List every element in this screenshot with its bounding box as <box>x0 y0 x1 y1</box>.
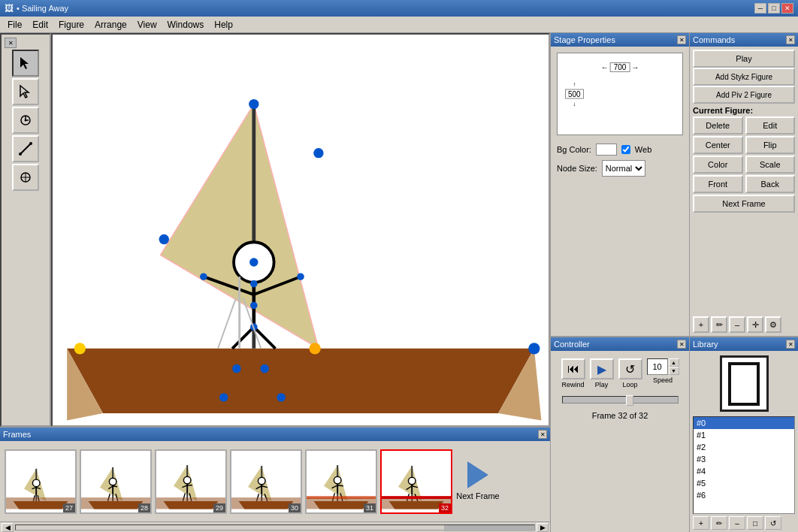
library-item-5[interactable]: #5 <box>694 477 794 489</box>
menu-figure[interactable]: Figure <box>54 18 89 32</box>
front-button[interactable]: Front <box>693 175 743 193</box>
frame-thumb-32[interactable]: 32 <box>380 449 452 514</box>
lib-add-button[interactable]: + <box>693 516 709 530</box>
frame-number-31: 31 <box>364 503 376 512</box>
frame-number-30: 30 <box>289 503 301 512</box>
color-button[interactable]: Color <box>693 156 743 174</box>
commands-panel: Commands ✕ Play Add Stykz Figure Add Piv… <box>689 33 798 337</box>
library-list[interactable]: #0 #1 #2 #3 #4 #5 #6 <box>693 416 795 514</box>
library-panel: Library ✕ #0 #1 #2 #3 <box>689 337 798 532</box>
menu-help[interactable]: Help <box>210 18 237 32</box>
svg-line-6 <box>20 144 31 154</box>
menu-windows[interactable]: Windows <box>163 18 209 32</box>
menu-bar: File Edit Figure Arrange View Windows He… <box>0 17 798 33</box>
library-item-0[interactable]: #0 <box>694 417 794 429</box>
svg-point-59 <box>109 478 116 485</box>
loop-button[interactable]: ↺ <box>618 358 642 379</box>
tool-line[interactable] <box>12 135 39 162</box>
speed-label: Speed <box>653 376 673 384</box>
node-size-select[interactable]: Tiny Small Normal Large <box>602 160 645 177</box>
main-window: 🖼 • Sailing Away ─ □ ✕ File Edit Figure … <box>0 0 798 532</box>
library-close[interactable]: ✕ <box>786 340 795 349</box>
minimize-button[interactable]: ─ <box>754 3 766 14</box>
menu-view[interactable]: View <box>133 18 162 32</box>
cmd-toolbar-settings[interactable]: ⚙ <box>765 316 781 333</box>
add-piv2-button[interactable]: Add Piv 2 Figure <box>693 86 795 104</box>
node-size-label: Node Size: <box>557 164 597 173</box>
controller-close[interactable]: ✕ <box>677 340 686 349</box>
svg-line-62 <box>113 485 117 486</box>
menu-edit[interactable]: Edit <box>28 18 53 32</box>
play-label: Play <box>595 381 609 388</box>
flip-button[interactable]: Flip <box>745 136 796 154</box>
cmd-toolbar-add[interactable]: + <box>693 316 709 333</box>
frame-thumb-31[interactable]: 31 <box>305 449 377 514</box>
speed-input[interactable] <box>647 358 668 375</box>
cmd-toolbar-remove[interactable]: – <box>729 316 745 333</box>
lib-edit-button[interactable]: ✏ <box>711 516 727 530</box>
stage-height: 500 <box>565 89 584 99</box>
canvas-svg <box>53 35 549 425</box>
next-frame-button[interactable]: Next Frame <box>455 452 500 512</box>
add-stykz-button[interactable]: Add Stykz Figure <box>693 68 795 86</box>
frames-scrollbar[interactable]: ◀ ▶ <box>0 521 550 532</box>
menu-file[interactable]: File <box>3 18 26 32</box>
title-bar: 🖼 • Sailing Away ─ □ ✕ <box>0 0 798 17</box>
library-item-3[interactable]: #3 <box>694 453 794 465</box>
rewind-label: Rewind <box>561 381 584 388</box>
stage-props-close[interactable]: ✕ <box>677 35 686 44</box>
tool-circle[interactable] <box>12 164 39 191</box>
svg-point-70 <box>183 476 191 484</box>
scale-button[interactable]: Scale <box>745 156 796 174</box>
frame-thumb-27[interactable]: 27 <box>5 449 77 514</box>
play-group: ▶ Play <box>590 358 614 388</box>
svg-point-81 <box>258 477 265 485</box>
bg-color-swatch[interactable] <box>596 144 617 156</box>
frame-thumb-29[interactable]: 29 <box>155 449 227 514</box>
lib-rect-button[interactable]: □ <box>747 516 763 530</box>
library-item-4[interactable]: #4 <box>694 465 794 477</box>
svg-point-40 <box>277 393 285 401</box>
frame-thumb-30[interactable]: 30 <box>230 449 302 514</box>
stage-props-panel: Stage Properties ✕ ← 700 → ↑ <box>550 33 689 337</box>
controller-title-bar: Controller ✕ <box>551 337 689 351</box>
back-button[interactable]: Back <box>745 175 796 193</box>
rewind-group: ⏮ Rewind <box>561 358 585 388</box>
library-item-2[interactable]: #2 <box>694 441 794 453</box>
menu-arrange[interactable]: Arrange <box>90 18 131 32</box>
svg-point-8 <box>29 142 32 145</box>
close-button[interactable]: ✕ <box>781 3 793 14</box>
svg-point-38 <box>260 364 268 373</box>
lib-remove-button[interactable]: – <box>729 516 745 530</box>
play-ctrl-button[interactable]: ▶ <box>590 358 614 379</box>
tool-rotate[interactable] <box>12 107 39 134</box>
cmd-toolbar-move[interactable]: ✛ <box>747 316 763 333</box>
maximize-button[interactable]: □ <box>768 3 780 14</box>
play-button[interactable]: Play <box>693 50 795 68</box>
edit-button[interactable]: Edit <box>745 116 796 135</box>
app-title: • Sailing Away <box>17 4 68 13</box>
svg-point-35 <box>309 343 320 354</box>
tool-select[interactable] <box>12 50 39 77</box>
next-frame-cmd-button[interactable]: Next Frame <box>693 195 795 213</box>
center-button[interactable]: Center <box>693 136 743 154</box>
frame-thumb-28[interactable]: 28 <box>80 449 152 514</box>
library-item-1[interactable]: #1 <box>694 429 794 441</box>
rewind-button[interactable]: ⏮ <box>561 358 585 379</box>
canvas-area[interactable] <box>51 33 550 427</box>
library-item-6[interactable]: #6 <box>694 489 794 501</box>
lib-refresh-button[interactable]: ↺ <box>765 516 781 530</box>
commands-title-bar: Commands ✕ <box>690 33 798 47</box>
web-checkbox[interactable] <box>621 145 630 154</box>
speed-down-button[interactable]: ▼ <box>669 367 679 375</box>
speed-slider-container[interactable] <box>562 396 679 404</box>
speed-up-button[interactable]: ▲ <box>669 358 679 367</box>
tool-subselect[interactable] <box>12 78 39 105</box>
delete-button[interactable]: Delete <box>693 116 743 135</box>
cmd-toolbar-edit[interactable]: ✏ <box>711 316 727 333</box>
toolbox-close-button[interactable]: ✕ <box>5 38 17 48</box>
frames-close-button[interactable]: ✕ <box>538 430 547 439</box>
library-toolbar: + ✏ – □ ↺ <box>690 514 798 532</box>
commands-close[interactable]: ✕ <box>786 35 795 44</box>
svg-point-5 <box>25 119 27 122</box>
